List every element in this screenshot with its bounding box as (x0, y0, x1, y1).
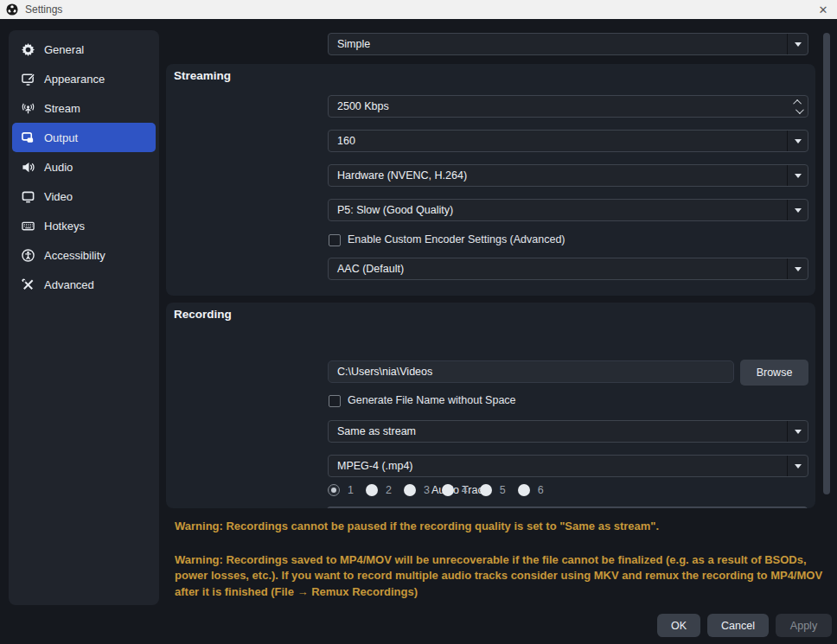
recording-quality-select[interactable]: Same as stream (328, 420, 808, 443)
audio-track-option: 4 (462, 484, 468, 496)
audio-bitrate-value: 160 (337, 135, 355, 147)
chevron-down-icon (787, 456, 808, 476)
output-mode-value: Simple (337, 38, 370, 50)
filename-space-checkbox[interactable] (329, 395, 341, 407)
recording-header: Recording (174, 308, 232, 321)
streaming-header: Streaming (174, 69, 231, 82)
recording-group: Recording Recording Path C:\Users\nia\Vi… (166, 303, 815, 508)
sidebar-item-audio[interactable]: Audio (12, 152, 156, 182)
sidebar-item-hotkeys[interactable]: Hotkeys (12, 211, 156, 240)
audio-track-option: 2 (386, 484, 392, 496)
warning-text: Warning: Recordings saved to MP4/MOV wil… (175, 552, 825, 601)
recording-format-value: MPEG-4 (.mp4) (337, 460, 413, 472)
broadcast-icon (21, 101, 35, 115)
chevron-down-icon (787, 258, 808, 279)
audio-encoder-value: AAC (Default) (337, 263, 404, 275)
sidebar-item-label: Video (44, 190, 73, 203)
sidebar-item-label: Advanced (44, 278, 94, 291)
audio-bitrate-select[interactable]: 160 (328, 130, 808, 152)
keyboard-icon (21, 219, 35, 233)
sidebar-item-appearance[interactable]: Appearance (12, 64, 156, 93)
audio-track-radio-1[interactable] (328, 484, 340, 496)
audio-track-option: 1 (348, 484, 354, 496)
encoder-preset-value: P5: Slow (Good Quality) (337, 204, 453, 216)
sidebar-item-general[interactable]: General (12, 35, 156, 64)
close-icon[interactable]: ✕ (815, 2, 832, 17)
custom-encoder-checkbox-label: Enable Custom Encoder Settings (Advanced… (348, 233, 565, 245)
chevron-down-icon (787, 200, 808, 220)
sidebar-item-label: Output (44, 131, 78, 144)
accessibility-icon (21, 248, 35, 262)
browse-button[interactable]: Browse (740, 360, 808, 386)
warning-text: Warning: Recordings cannot be paused if … (175, 519, 825, 535)
audio-track-radio-2[interactable] (366, 484, 378, 496)
sidebar-item-accessibility[interactable]: Accessibility (12, 240, 156, 270)
settings-scroll-area: Output Mode Simple Streaming Video Bitra… (166, 26, 815, 508)
sidebar-item-label: Appearance (44, 73, 105, 86)
sidebar-item-label: General (44, 43, 84, 56)
audio-track-radio-6[interactable] (518, 484, 530, 496)
speaker-icon (21, 160, 35, 174)
custom-encoder-checkbox[interactable] (329, 234, 341, 246)
audio-track-option: 3 (424, 484, 430, 496)
ok-button[interactable]: OK (657, 614, 700, 637)
output-mode-select[interactable]: Simple (328, 33, 808, 55)
vertical-scrollbar[interactable] (821, 28, 832, 508)
sidebar-item-advanced[interactable]: Advanced (12, 270, 156, 299)
appearance-icon (21, 72, 35, 86)
video-bitrate-value: 2500 Kbps (337, 100, 389, 112)
sidebar-item-label: Accessibility (44, 249, 105, 262)
scrollbar-thumb[interactable] (823, 33, 830, 494)
streaming-group: Streaming Video Bitrate 2500 Kbps Audio … (166, 64, 815, 296)
window-title: Settings (25, 3, 62, 16)
video-bitrate-spinbox[interactable]: 2500 Kbps (328, 95, 808, 118)
chevron-down-icon (787, 34, 808, 54)
recording-quality-value: Same as stream (337, 425, 416, 437)
chevron-down-icon (787, 165, 808, 186)
recording-format-select[interactable]: MPEG-4 (.mp4) (328, 455, 808, 477)
titlebar: Settings ✕ (0, 0, 837, 19)
chevron-down-icon (787, 421, 808, 442)
audio-track-radio-3[interactable] (404, 484, 416, 496)
sidebar-item-label: Stream (44, 102, 80, 115)
output-icon (21, 131, 35, 144)
cancel-button[interactable]: Cancel (707, 614, 769, 637)
sidebar-item-stream[interactable]: Stream (12, 93, 156, 123)
gear-icon (21, 42, 35, 56)
recording-path-input[interactable]: C:\Users\nia\Videos (328, 360, 734, 383)
chevron-down-icon (787, 131, 808, 151)
warnings-area: Warning: Recordings cannot be paused if … (175, 519, 825, 600)
sidebar-item-label: Hotkeys (44, 220, 85, 233)
custom-muxer-input[interactable] (326, 507, 808, 508)
sidebar-item-video[interactable]: Video (12, 182, 156, 211)
sidebar-item-label: Audio (44, 161, 73, 174)
audio-track-option: 5 (500, 484, 506, 496)
video-encoder-value: Hardware (NVENC, H.264) (337, 169, 467, 182)
video-encoder-select[interactable]: Hardware (NVENC, H.264) (328, 164, 808, 187)
sidebar-item-output[interactable]: Output (12, 123, 156, 152)
audio-track-radio-5[interactable] (480, 484, 492, 496)
filename-space-checkbox-label: Generate File Name without Space (348, 394, 516, 406)
spinner-arrows-icon[interactable] (789, 96, 808, 117)
settings-sidebar: General Appearance Stream Output Audio V… (9, 30, 159, 605)
monitor-icon (21, 189, 35, 203)
audio-track-option: 6 (538, 484, 544, 496)
tools-icon (21, 277, 35, 291)
recording-path-value: C:\Users\nia\Videos (337, 366, 432, 378)
apply-button[interactable]: Apply (776, 614, 832, 637)
obs-logo-icon (6, 3, 18, 16)
audio-encoder-select[interactable]: AAC (Default) (328, 258, 808, 280)
encoder-preset-select[interactable]: P5: Slow (Good Quality) (328, 199, 808, 221)
audio-track-radio-4[interactable] (442, 484, 454, 496)
